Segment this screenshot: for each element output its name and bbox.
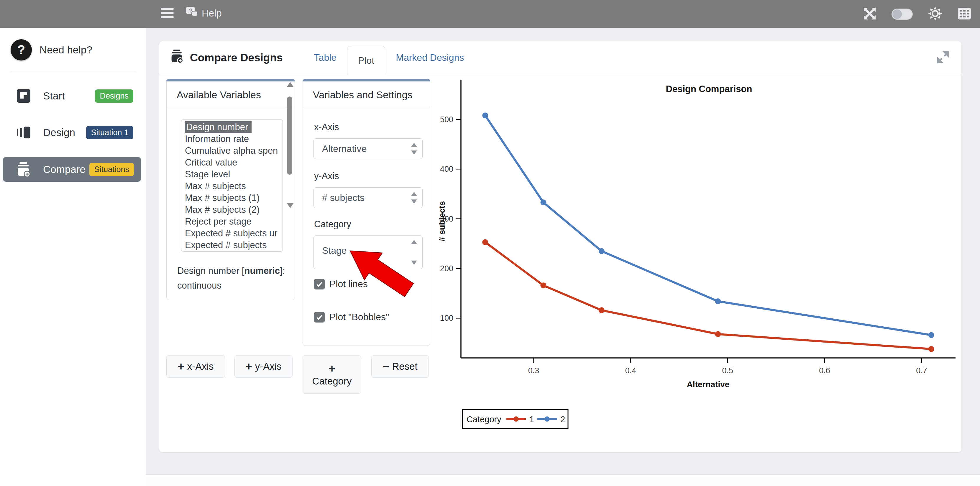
expand-card-icon[interactable]: [937, 51, 949, 64]
start-flag-icon: [16, 89, 31, 103]
spinner-down-icon[interactable]: [411, 150, 417, 155]
variable-option[interactable]: Max # subjects: [185, 180, 283, 192]
sidebar-item-label: Start: [43, 90, 65, 102]
checkbox-checked-icon: [314, 312, 325, 322]
data-point-2: [715, 298, 721, 304]
x-axis-title: Alternative: [687, 380, 730, 389]
variables-settings-panel: Variables and Settings x-Axis Alternativ…: [302, 79, 430, 346]
tab-table[interactable]: Table: [304, 41, 347, 74]
help-chat-icon: ?: [186, 6, 198, 20]
theme-toggle[interactable]: [891, 8, 913, 20]
data-point-1: [541, 282, 546, 288]
plus-icon: +: [329, 362, 335, 375]
design-comparison-chart: Design Comparison 1002003004005000.30.40…: [436, 74, 973, 434]
main-area: Compare Designs Table Plot Marked Design…: [146, 28, 980, 486]
design-layers-icon: [16, 126, 31, 140]
x-tick-label: 0.4: [625, 366, 636, 375]
add-y-axis-button[interactable]: + y-Axis: [234, 355, 293, 378]
legend-dot-series1: [514, 416, 519, 422]
series-line-1: [485, 242, 931, 349]
variable-option[interactable]: Design number: [185, 121, 251, 133]
data-point-2: [599, 248, 605, 254]
variable-option[interactable]: Information rate: [185, 133, 283, 145]
sidebar-item-compare[interactable]: Compare Situations: [3, 157, 141, 182]
y-axis-title: # subjects: [438, 201, 447, 242]
data-point-2: [482, 112, 488, 118]
variable-description: Design number [numeric]: continuous: [177, 263, 286, 293]
spinner-up-icon[interactable]: [411, 240, 417, 244]
available-variables-panel: Available Variables Design number Inform…: [166, 79, 295, 300]
scroll-up-icon[interactable]: [287, 82, 293, 87]
spinner-up-icon[interactable]: [411, 192, 417, 196]
category-label: Category: [314, 219, 351, 229]
variables-settings-title: Variables and Settings: [303, 81, 430, 108]
plus-icon: +: [178, 360, 184, 373]
sidebar: ? Need help? Start Designs Design Situat…: [0, 28, 146, 486]
variable-option[interactable]: Critical value: [185, 157, 283, 169]
help-label: Help: [202, 8, 222, 19]
x-tick-label: 0.7: [916, 366, 927, 375]
need-help-link[interactable]: ? Need help?: [0, 28, 146, 71]
minus-icon: −: [382, 360, 389, 373]
variable-option[interactable]: Expected # subjects: [185, 239, 283, 251]
spinner-down-icon[interactable]: [411, 199, 417, 204]
data-point-1: [482, 239, 488, 245]
y-tick-label: 500: [440, 115, 453, 124]
sidebar-item-design[interactable]: Design Situation 1: [0, 120, 146, 145]
listbox-scrollbar[interactable]: [286, 80, 293, 210]
fullscreen-arrows-icon[interactable]: [863, 7, 876, 21]
compare-stack-icon: [16, 162, 31, 177]
add-category-button[interactable]: + Category: [302, 355, 361, 394]
grid-apps-icon[interactable]: [958, 7, 971, 21]
sidebar-item-label: Design: [43, 127, 75, 139]
top-bar: ? Help: [0, 0, 980, 28]
chart-title: Design Comparison: [666, 84, 752, 94]
data-point-2: [541, 199, 546, 206]
tab-marked-designs[interactable]: Marked Designs: [385, 41, 474, 74]
red-annotation-arrow: [339, 245, 419, 300]
x-axis-select[interactable]: Alternative: [313, 139, 423, 159]
variable-option[interactable]: Expected # subjects ur: [185, 228, 283, 239]
reset-button[interactable]: − Reset: [371, 355, 429, 378]
card-header: Compare Designs Table Plot Marked Design…: [159, 41, 961, 74]
situations-badge: Situations: [89, 163, 134, 176]
data-point-1: [715, 331, 721, 337]
sidebar-item-start[interactable]: Start Designs: [0, 84, 146, 108]
variables-listbox[interactable]: Design number Information rate Cumulativ…: [181, 119, 283, 252]
add-x-axis-button[interactable]: + x-Axis: [166, 355, 225, 378]
y-tick-label: 200: [440, 264, 453, 273]
variable-option[interactable]: Stage level: [185, 169, 283, 180]
data-point-1: [599, 307, 605, 313]
question-mark-icon: ?: [11, 39, 32, 61]
y-tick-label: 400: [440, 165, 453, 174]
data-point-2: [928, 332, 934, 338]
variable-option[interactable]: Reject per stage: [185, 216, 283, 228]
y-axis-select[interactable]: # subjects: [313, 187, 423, 208]
variable-option[interactable]: Max # subjects (1): [185, 192, 283, 204]
help-button[interactable]: ? Help: [186, 6, 222, 20]
x-tick-label: 0.3: [528, 366, 539, 375]
variable-option[interactable]: Cumulative alpha spen: [185, 145, 283, 157]
need-help-label: Need help?: [40, 44, 92, 56]
situation-badge: Situation 1: [86, 126, 133, 139]
x-axis-label: x-Axis: [314, 122, 339, 132]
tab-plot[interactable]: Plot: [347, 46, 385, 75]
menu-icon[interactable]: [161, 8, 174, 20]
panel-accent-bar: [302, 79, 430, 81]
panel-accent-bar: [166, 79, 295, 81]
variable-option[interactable]: Max # subjects (2): [185, 204, 283, 216]
y-tick-label: 100: [440, 314, 453, 322]
compare-designs-card: Compare Designs Table Plot Marked Design…: [159, 41, 961, 452]
footer-bar: [146, 475, 980, 486]
brightness-icon[interactable]: [928, 6, 942, 22]
compare-designs-icon: [170, 49, 184, 66]
plot-bobbles-checkbox[interactable]: Plot "Bobbles": [314, 312, 389, 322]
chart-legend: Category 1 2: [463, 410, 568, 429]
toggle-knob: [892, 10, 902, 19]
spinner-up-icon[interactable]: [411, 143, 417, 147]
y-axis-label: y-Axis: [314, 171, 339, 182]
designs-badge: Designs: [95, 89, 133, 103]
scroll-thumb[interactable]: [287, 97, 292, 175]
series-line-2: [485, 115, 931, 335]
scroll-down-icon[interactable]: [287, 203, 293, 208]
